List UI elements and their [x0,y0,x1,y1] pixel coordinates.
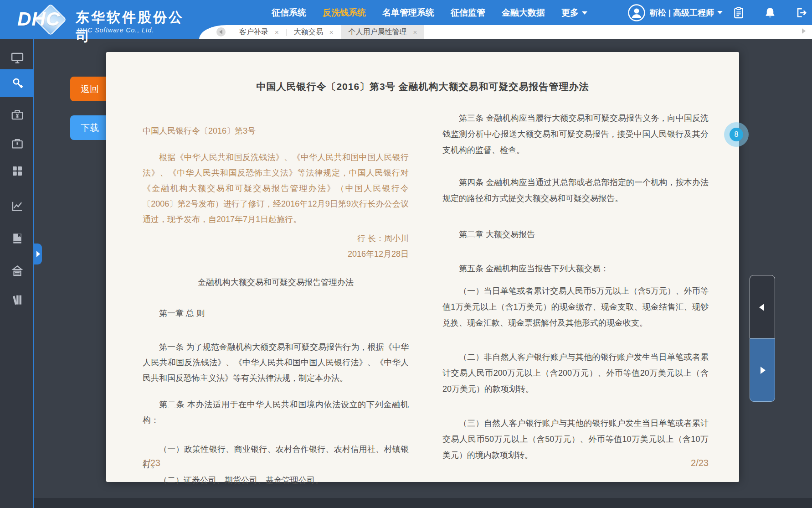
document-page-left: 中国人民银行令〔2016〕第3号 根据《中华人民共和国反洗钱法》、《中华人民共和… [143,123,409,488]
grid-icon [10,164,24,178]
user-area[interactable]: 靳松 | 高级工程师 [628,0,723,25]
chevron-down-icon [582,11,587,15]
article-2-item-1: （一）政策性银行、商业银行、农村合作银行、农村信用社、村镇银行。 [143,441,409,472]
tab-scroll-right-icon[interactable] [802,28,806,34]
sidebar-item-chart[interactable] [0,195,34,217]
chevron-down-icon [717,11,723,14]
logo: DHC 东华软件股份公司 DHC Software Co., Ltd. [14,3,187,36]
user-name: 靳松 | 高级工程师 [650,7,714,18]
logout-icon[interactable] [795,6,807,19]
document-title: 中国人民银行令〔2016〕第3号 金融机构大额交易和可疑交易报告管理办法 [106,80,739,93]
sidebar-item-user-add[interactable] [0,69,34,97]
nav-item-aml-system[interactable]: 反洗钱系统 [323,7,366,19]
sidebar-collapse-handle-icon[interactable] [34,244,42,264]
sidebar-item-alert-box[interactable] [0,133,34,155]
back-button[interactable]: 返回 [70,77,109,101]
document-page-right: 第三条 金融机构应当履行大额交易和可疑交易报告义务，向中国反洗钱监测分析中心报送… [442,110,709,463]
cash-box-icon [10,108,24,121]
close-icon[interactable]: × [413,28,417,36]
sidebar-item-sign[interactable] [0,260,34,282]
tab-customer-supplement[interactable]: 客户补录 × [232,25,286,39]
next-page-button[interactable] [750,338,775,402]
article-5-item-1: （一）当日单笔或者累计交易人民币5万元以上（含5万元）、外币等值1万美元以上（含… [442,283,709,331]
sidebar-item-monitor[interactable] [0,47,34,69]
user-add-icon [10,77,24,90]
article-4: 第四条 金融机构应当通过其总部或者总部指定的一个机构，按本办法规定的路径和方式提… [442,175,709,207]
badge-count: 8 [730,128,743,141]
download-button[interactable]: 下载 [70,115,109,140]
library-icon [10,293,24,306]
avatar [628,4,645,21]
article-5: 第五条 金融机构应当报告下列大额交易： [442,261,709,277]
nav-item-more[interactable]: 更多 [561,7,587,19]
tab-label: 大额交易 [294,27,323,37]
nav-more-label: 更多 [561,8,579,17]
tab-label: 客户补录 [239,27,268,37]
close-icon[interactable]: × [275,28,279,36]
page-navigator [750,275,775,402]
article-1: 第一条 为了规范金融机构大额交易和可疑交易报告行为，根据《中华人民共和国反洗钱法… [143,339,409,386]
decree-date: 2016年12月28日 [143,246,409,262]
nav-item-credit-system[interactable]: 征信系统 [272,7,306,19]
article-5-item-2: （二）非自然人客户银行账户与其他的银行账户发生当日单笔或者累计交易人民币200万… [442,349,709,397]
tab-scroll-left-icon[interactable] [216,27,226,36]
sidebar-item-cash-box[interactable] [0,104,34,125]
page-number-right: 2/23 [691,458,709,468]
sign-icon [10,264,24,278]
monitor-icon [10,51,24,65]
close-icon[interactable]: × [329,28,334,36]
bottom-bar [0,498,812,508]
sidebar-item-book[interactable] [0,228,34,249]
page-number-left: 1/23 [143,458,160,468]
decree-number: 中国人民银行令〔2016〕第3号 [143,123,409,139]
tab-personal-user-attributes[interactable]: 个人用户属性管理 × [341,25,425,39]
main-nav: 征信系统 反洗钱系统 名单管理系统 征信监管 金融大数据 更多 [272,0,587,25]
sidebar-item-library[interactable] [0,289,34,311]
article-3: 第三条 金融机构应当履行大额交易和可疑交易报告义务，向中国反洗钱监测分析中心报送… [442,110,709,158]
decree-intro: 根据《中华人民共和国反洗钱法》、《中华人民共和国中国人民银行法》、《中华人民共和… [143,150,409,227]
tab-label: 个人用户属性管理 [349,27,407,37]
clipboard-icon[interactable] [732,6,745,19]
book-icon [10,232,24,245]
tab-strip: 客户补录 × 大额交易 × 个人用户属性管理 × [199,25,812,39]
nav-item-list-management[interactable]: 名单管理系统 [382,7,434,19]
notification-badge[interactable]: 8 [724,122,749,147]
document-viewer: 中国人民银行令〔2016〕第3号 金融机构大额交易和可疑交易报告管理办法 中国人… [106,52,739,482]
sidebar [0,39,34,508]
previous-page-button[interactable] [750,275,775,338]
chart-icon [10,199,24,213]
nav-item-financial-bigdata[interactable]: 金融大数据 [502,7,545,19]
sidebar-item-grid[interactable] [0,160,34,182]
chapter-2-heading: 第二章 大额交易报告 [442,227,709,243]
article-2-item-2: （二）证券公司、期货公司、基金管理公司。 [143,472,409,488]
measure-subtitle: 金融机构大额交易和可疑交易报告管理办法 [143,275,409,290]
tab-large-transaction[interactable]: 大额交易 × [287,25,341,39]
article-2: 第二条 本办法适用于在中华人民共和国境内依法设立的下列金融机构： [143,397,409,428]
bell-icon[interactable] [764,6,776,19]
nav-item-credit-supervision[interactable]: 征信监管 [451,7,485,19]
alert-box-icon [10,137,24,150]
chapter-1-heading: 第一章 总 则 [143,306,409,321]
decree-signer: 行 长：周小川 [143,231,409,246]
article-5-item-3: （三）自然人客户银行账户与其他的银行账户发生当日单笔或者累计交易人民币50万元以… [442,415,709,463]
company-subtitle: DHC Software Co., Ltd. [77,26,154,34]
